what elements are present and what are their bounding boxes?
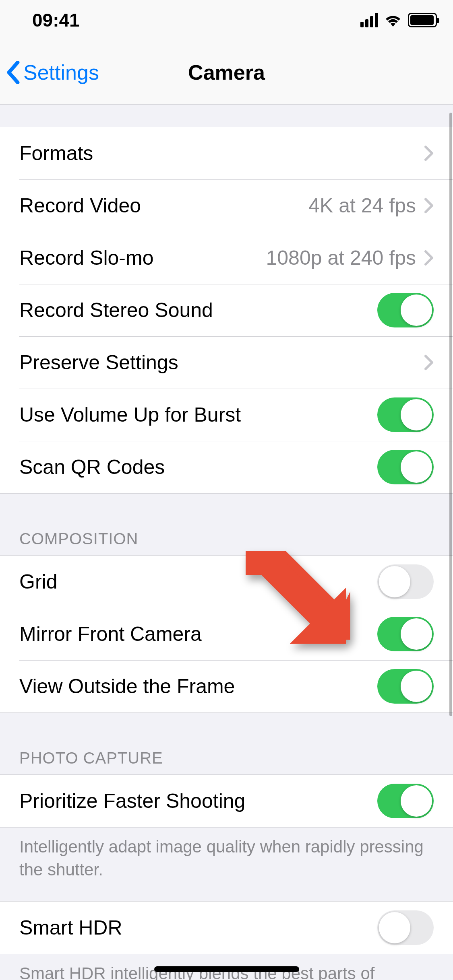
section-footer-photo-capture: Intelligently adapt image quality when r… <box>0 828 453 889</box>
group-photo-capture: Prioritize Faster Shooting <box>0 774 453 828</box>
wifi-icon <box>384 13 402 27</box>
row-scan-qr: Scan QR Codes <box>0 441 453 493</box>
toggle-mirror-front-camera[interactable] <box>377 617 434 651</box>
status-bar: 09:41 <box>0 0 453 40</box>
toggle-stereo-sound[interactable] <box>377 293 434 327</box>
row-stereo-sound: Record Stereo Sound <box>0 284 453 336</box>
row-label: Record Stereo Sound <box>19 299 377 322</box>
group-smart-hdr: Smart HDR <box>0 901 453 954</box>
row-label: Grid <box>19 570 377 593</box>
page-title: Camera <box>0 60 453 84</box>
section-header-composition: COMPOSITION <box>0 494 453 555</box>
scrollbar[interactable] <box>449 113 452 716</box>
battery-icon <box>408 13 437 27</box>
status-indicators <box>360 13 437 27</box>
toggle-view-outside-frame[interactable] <box>377 669 434 704</box>
row-label: Smart HDR <box>19 916 377 939</box>
row-label: Use Volume Up for Burst <box>19 403 377 426</box>
row-grid: Grid <box>0 556 453 608</box>
home-indicator[interactable] <box>154 966 299 972</box>
row-view-outside-frame: View Outside the Frame <box>0 660 453 712</box>
row-record-video[interactable]: Record Video 4K at 24 fps <box>0 179 453 232</box>
chevron-right-icon <box>424 145 434 161</box>
chevron-right-icon <box>424 354 434 371</box>
group-camera-main: Formats Record Video 4K at 24 fps Record… <box>0 127 453 494</box>
row-volume-burst: Use Volume Up for Burst <box>0 389 453 441</box>
group-composition: Grid Mirror Front Camera View Outside th… <box>0 555 453 713</box>
row-label: Preserve Settings <box>19 351 424 374</box>
row-mirror-front-camera: Mirror Front Camera <box>0 608 453 660</box>
section-header-photo-capture: PHOTO CAPTURE <box>0 713 453 774</box>
row-record-slomo[interactable]: Record Slo-mo 1080p at 240 fps <box>0 232 453 284</box>
row-value: 4K at 24 fps <box>308 194 416 217</box>
toggle-scan-qr[interactable] <box>377 450 434 484</box>
row-preserve-settings[interactable]: Preserve Settings <box>0 336 453 389</box>
row-label: Prioritize Faster Shooting <box>19 789 377 813</box>
nav-header: Settings Camera <box>0 40 453 105</box>
chevron-right-icon <box>424 250 434 266</box>
toggle-smart-hdr[interactable] <box>377 910 434 945</box>
row-label: Mirror Front Camera <box>19 622 377 646</box>
row-label: Record Video <box>19 194 308 217</box>
settings-content: Formats Record Video 4K at 24 fps Record… <box>0 105 453 980</box>
status-time: 09:41 <box>32 9 80 31</box>
toggle-grid[interactable] <box>377 564 434 599</box>
row-label: Record Slo-mo <box>19 246 266 270</box>
toggle-volume-burst[interactable] <box>377 397 434 432</box>
row-prioritize-faster-shooting: Prioritize Faster Shooting <box>0 775 453 827</box>
row-label: Formats <box>19 142 424 165</box>
row-label: View Outside the Frame <box>19 675 377 698</box>
row-label: Scan QR Codes <box>19 455 377 479</box>
cellular-signal-icon <box>360 13 378 27</box>
row-formats[interactable]: Formats <box>0 127 453 179</box>
toggle-prioritize-faster-shooting[interactable] <box>377 784 434 818</box>
row-value: 1080p at 240 fps <box>266 246 416 270</box>
chevron-right-icon <box>424 198 434 214</box>
row-smart-hdr: Smart HDR <box>0 902 453 954</box>
